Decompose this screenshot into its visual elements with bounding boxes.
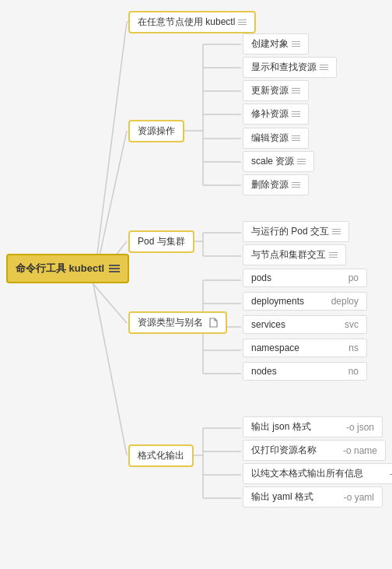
leaf-namespace[interactable]: namespace ns bbox=[243, 339, 367, 357]
leaf-json-output[interactable]: 输出 json 格式 -o json bbox=[243, 416, 383, 437]
leaf-patch[interactable]: 修补资源 bbox=[243, 104, 309, 125]
branch-use-kubectl[interactable]: 在任意节点使用 kubectl bbox=[128, 11, 256, 33]
leaf-edit[interactable]: 编辑资源 bbox=[243, 128, 309, 149]
branch-format-output-label: 格式化输出 bbox=[138, 449, 184, 462]
leaf-show-find[interactable]: 显示和查找资源 bbox=[243, 57, 337, 78]
leaf-update-menu[interactable] bbox=[292, 88, 300, 94]
root-menu-icon[interactable] bbox=[109, 265, 120, 272]
root-label: 命令行工具 kubectl bbox=[16, 262, 104, 276]
leaf-name-output[interactable]: 仅打印资源名称 -o name bbox=[243, 440, 386, 461]
leaf-nodes[interactable]: nodes no bbox=[243, 362, 367, 381]
leaf-services[interactable]: services svc bbox=[243, 315, 367, 334]
file-icon bbox=[209, 318, 218, 328]
branch-resource-types-label: 资源类型与别名 bbox=[138, 316, 203, 329]
leaf-create-object[interactable]: 创建对象 bbox=[243, 33, 309, 54]
branch-pod-cluster-label: Pod 与集群 bbox=[138, 235, 185, 248]
leaf-show-menu[interactable] bbox=[320, 65, 328, 71]
leaf-create-menu[interactable] bbox=[292, 41, 300, 47]
leaf-patch-menu[interactable] bbox=[292, 111, 300, 118]
leaf-update[interactable]: 更新资源 bbox=[243, 80, 309, 101]
svg-line-0 bbox=[93, 22, 127, 284]
branch-pod-cluster[interactable]: Pod 与集群 bbox=[128, 230, 194, 253]
leaf-node-menu[interactable] bbox=[329, 252, 338, 258]
leaf-delete[interactable]: 删除资源 bbox=[243, 174, 309, 195]
branch-resource-ops[interactable]: 资源操作 bbox=[128, 120, 184, 142]
leaf-wide-output[interactable]: 以纯文本格式输出所有信息 -o wide bbox=[243, 463, 392, 484]
svg-line-4 bbox=[93, 284, 127, 455]
leaf-pod-menu[interactable] bbox=[332, 229, 341, 235]
mindmap-container: 命令行工具 kubectl 在任意节点使用 kubectl 资源操作 创建对象 … bbox=[0, 0, 392, 569]
leaf-pod-interact[interactable]: 与运行的 Pod 交互 bbox=[243, 221, 349, 242]
leaf-node-cluster[interactable]: 与节点和集群交互 bbox=[243, 244, 346, 265]
branch-use-kubectl-label: 在任意节点使用 kubectl bbox=[138, 16, 235, 29]
leaf-scale[interactable]: scale 资源 bbox=[243, 151, 314, 172]
leaf-pods[interactable]: pods po bbox=[243, 269, 367, 287]
leaf-yaml-output[interactable]: 输出 yaml 格式 -o yaml bbox=[243, 486, 383, 508]
branch-resource-ops-label: 资源操作 bbox=[138, 125, 175, 138]
leaf-deployments[interactable]: deployments deploy bbox=[243, 292, 367, 311]
leaf-delete-menu[interactable] bbox=[292, 182, 300, 188]
branch-use-kubectl-menu[interactable] bbox=[238, 19, 247, 26]
root-node[interactable]: 命令行工具 kubectl bbox=[6, 254, 129, 283]
branch-resource-types[interactable]: 资源类型与别名 bbox=[128, 311, 227, 334]
branch-format-output[interactable]: 格式化输出 bbox=[128, 444, 194, 467]
leaf-scale-menu[interactable] bbox=[297, 159, 306, 165]
svg-line-3 bbox=[93, 284, 127, 323]
leaf-edit-menu[interactable] bbox=[292, 135, 300, 142]
